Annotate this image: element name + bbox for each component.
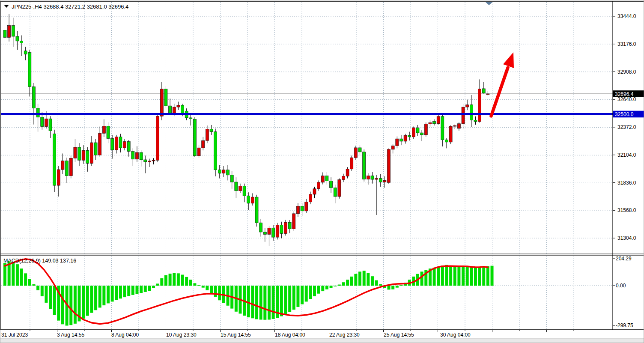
macd-histogram-bar: [486, 266, 489, 286]
price-axis-label: 31568.0: [617, 207, 636, 213]
macd-histogram-bar: [82, 286, 85, 319]
macd-histogram-bar: [53, 286, 56, 315]
candle-body: [131, 152, 134, 159]
macd-histogram-bar: [214, 286, 217, 297]
candle-body: [255, 197, 258, 223]
candle-body: [321, 176, 324, 182]
price-axis-label: 32104.0: [617, 152, 636, 158]
candle-body: [173, 107, 176, 113]
macd-histogram-bar: [140, 286, 143, 293]
candle-body: [94, 143, 97, 155]
macd-histogram-bar: [86, 286, 89, 316]
macd-histogram-bar: [379, 284, 382, 286]
candle-body: [8, 26, 11, 38]
macd-histogram-bar: [292, 286, 295, 310]
macd-histogram-bar: [346, 280, 349, 286]
candle-body: [41, 117, 44, 127]
candle-body: [181, 105, 184, 113]
candle-body: [148, 161, 151, 162]
macd-histogram-bar: [284, 286, 287, 314]
candle-body: [292, 214, 295, 229]
candle-body: [152, 160, 155, 161]
macd-histogram-bar: [45, 286, 48, 303]
macd-histogram-bar: [255, 286, 258, 319]
candle-body: [61, 161, 64, 170]
macd-histogram-bar: [131, 286, 134, 295]
candle-body: [239, 186, 242, 191]
candle-body: [214, 132, 217, 170]
support-price-tag-text: 32500.0: [615, 111, 634, 117]
macd-histogram-bar: [177, 273, 180, 286]
macd-histogram-bar: [363, 271, 366, 286]
annotations-layer[interactable]: [486, 2, 514, 116]
macd-histogram-bar: [32, 284, 35, 286]
macd-axis-label: -299.75: [616, 322, 633, 328]
candle-body: [140, 152, 143, 160]
time-axis-label: 3 Aug 14:55: [57, 332, 84, 338]
candle-body: [160, 89, 163, 116]
time-axis-label: 18 Aug 04:00: [275, 332, 305, 338]
candle-body: [449, 126, 452, 142]
macd-histogram-bar: [69, 286, 72, 325]
candle-body: [36, 108, 39, 117]
time-axis-label: 15 Aug 14:55: [221, 332, 251, 338]
candle-body: [218, 170, 221, 173]
macd-histogram-bar: [449, 266, 452, 286]
candle-body: [416, 128, 419, 133]
candle-body: [82, 150, 85, 160]
macd-histogram-bar: [305, 286, 308, 301]
candle-body: [305, 202, 308, 211]
macd-histogram-bar: [330, 286, 333, 288]
candle-body: [391, 146, 394, 149]
candle-body: [408, 135, 411, 137]
candle-body: [3, 30, 6, 37]
triangle-down-icon[interactable]: [4, 5, 9, 8]
candle-body: [247, 196, 250, 203]
macd-histogram-bar: [49, 286, 52, 309]
macd-histogram-bar: [462, 267, 465, 286]
chart-shift-marker-icon[interactable]: [486, 2, 492, 5]
macd-signal-line: [5, 259, 488, 324]
candle-body: [24, 51, 27, 54]
candle-body: [478, 89, 481, 122]
macd-histogram-bar: [453, 266, 456, 286]
grid-layer: [1, 2, 613, 329]
macd-histogram-bar: [169, 274, 172, 286]
candle-body: [466, 105, 469, 107]
macd-histogram-bar: [350, 277, 353, 286]
up-arrow-head-icon[interactable]: [503, 52, 514, 68]
up-arrow-shaft[interactable]: [491, 68, 508, 116]
macd-histogram-bar: [474, 267, 477, 286]
candle-body: [330, 181, 333, 188]
macd-histogram-bar: [20, 268, 23, 286]
macd-histogram-bar: [457, 267, 460, 286]
candle-body: [28, 52, 31, 86]
candle-body: [317, 182, 320, 189]
time-axis-label: 22 Aug 23:30: [329, 332, 360, 338]
macd-histogram-bar: [28, 279, 31, 286]
candle-body: [20, 41, 23, 43]
chart-canvas[interactable]: 33444.033176.032908.032640.032372.032104…: [0, 0, 644, 343]
candle-body: [338, 179, 341, 196]
macd-histogram-bar: [367, 273, 370, 286]
macd-histogram-bar: [280, 286, 283, 316]
candle-body: [206, 129, 209, 141]
macd-histogram-bar: [156, 283, 159, 286]
candle-body: [193, 119, 196, 156]
macd-histogram-bar: [111, 286, 114, 301]
macd-histogram-bar: [173, 273, 176, 286]
candle-body: [482, 89, 485, 93]
candle-body: [424, 124, 427, 134]
macd-histogram-bar: [94, 286, 97, 310]
macd-histogram-bar: [152, 286, 155, 288]
time-axis-label: 30 Aug 04:00: [440, 332, 471, 338]
candle-body: [272, 228, 275, 237]
candle-body: [45, 119, 48, 126]
macd-histogram-bar: [334, 286, 337, 286]
candle-body: [474, 120, 477, 122]
candle-body: [375, 179, 378, 179]
candle-body: [276, 225, 279, 237]
macd-histogram-bar: [466, 266, 469, 286]
candle-body: [429, 122, 432, 124]
macd-indicator-layer: [3, 259, 494, 326]
